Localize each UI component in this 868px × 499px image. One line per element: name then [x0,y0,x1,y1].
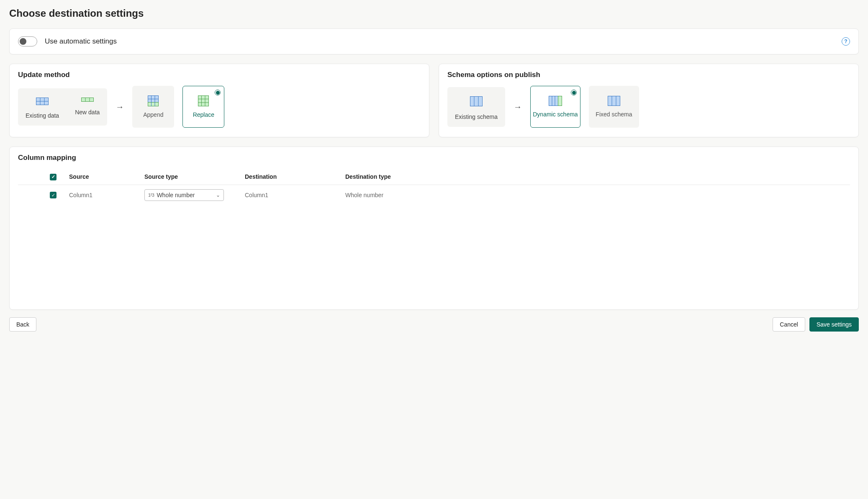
svg-rect-24 [608,96,620,106]
auto-settings-label: Use automatic settings [45,37,117,46]
dynamic-schema-icon [549,96,562,106]
mapping-row: Column1 1²3 Whole number ⌄ Column1 Whole… [18,185,850,205]
arrow-icon: → [116,102,124,112]
update-option-append[interactable]: Append [132,86,174,128]
existing-data-icon [36,98,49,105]
mapping-select-all-checkbox[interactable] [50,174,56,180]
new-data-icon [81,98,94,102]
help-icon[interactable]: ? [842,37,850,46]
schema-options-panel: Schema options on publish Existing schem… [439,64,859,137]
schema-option-dynamic[interactable]: Dynamic schema [530,86,580,128]
fixed-schema-icon [608,96,620,106]
svg-rect-21 [558,96,562,106]
header-source-type: Source type [140,170,241,185]
append-label: Append [143,111,163,118]
back-button[interactable]: Back [9,317,36,332]
schema-option-fixed[interactable]: Fixed schema [589,86,639,128]
replace-label: Replace [193,111,214,118]
column-mapping-panel: Column mapping Source Source type Destin… [9,147,859,310]
type-prefix-icon: 1²3 [148,193,154,198]
svg-rect-4 [81,98,93,101]
append-icon [148,95,159,106]
new-data-label: New data [75,109,100,116]
auto-settings-panel: Use automatic settings ? [9,28,859,54]
chevron-down-icon: ⌄ [216,192,220,198]
mapping-destination: Column1 [241,185,341,205]
update-method-title: Update method [18,71,421,79]
fixed-schema-label: Fixed schema [596,111,632,118]
existing-schema-icon [470,96,483,106]
update-data-group: Existing data New data [18,88,107,126]
arrow-icon-2: → [514,102,522,112]
footer: Back Cancel Save settings [9,317,859,332]
mapping-table: Source Source type Destination Destinati… [18,170,850,205]
cancel-button[interactable]: Cancel [773,317,805,332]
source-type-value: Whole number [157,192,195,198]
mapping-destination-type: Whole number [341,185,850,205]
auto-settings-toggle[interactable] [18,36,37,46]
existing-schema-group: Existing schema [447,87,505,127]
source-type-select[interactable]: 1²3 Whole number ⌄ [144,189,224,201]
replace-icon [198,95,209,106]
schema-options-title: Schema options on publish [447,71,850,79]
page-title: Choose destination settings [9,8,859,19]
update-option-replace[interactable]: Replace [182,86,224,128]
svg-rect-8 [148,103,159,106]
update-method-panel: Update method Existing data [9,64,429,137]
mapping-source: Column1 [65,185,140,205]
dynamic-schema-label: Dynamic schema [533,111,578,118]
column-mapping-title: Column mapping [18,154,850,162]
svg-rect-17 [470,96,482,106]
existing-schema-label: Existing schema [455,113,498,120]
header-destination-type: Destination type [341,170,850,185]
svg-rect-12 [198,96,209,106]
existing-data-label: Existing data [26,112,59,119]
mapping-row-checkbox[interactable] [50,192,56,198]
svg-rect-20 [549,96,558,106]
save-settings-button[interactable]: Save settings [809,317,859,332]
header-source: Source [65,170,140,185]
header-destination: Destination [241,170,341,185]
